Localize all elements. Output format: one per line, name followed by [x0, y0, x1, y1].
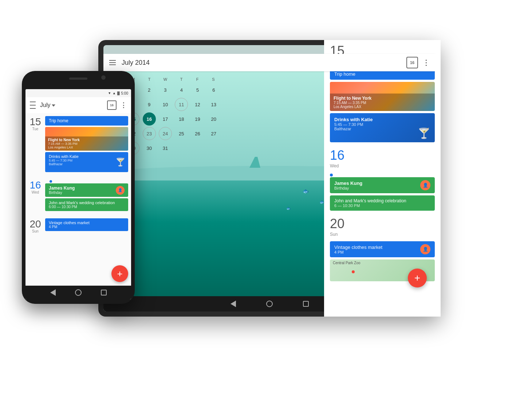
cal-day-2[interactable]: 2	[143, 83, 156, 96]
phone-more-button[interactable]: ⋮	[120, 101, 127, 109]
phone-event-vintage-title: Vintage clothes market	[49, 221, 125, 225]
phone-home-button[interactable]	[75, 289, 82, 296]
cal-day-18[interactable]: 18	[175, 112, 188, 126]
phone-event-drinks[interactable]: Drinks with Katie 5:45 — 7:30 PM Balthaz…	[45, 152, 128, 172]
phone-calendar-icon-button[interactable]: 16	[107, 100, 117, 110]
cal-day-16[interactable]: 16	[143, 112, 156, 126]
phone-event-flight-overlay: Flight to New York 7:15 AM — 3:35 PM Los…	[45, 136, 128, 151]
cal-day-20[interactable]: 20	[207, 112, 220, 126]
tablet-calendar-icon-button[interactable]: 16	[406, 57, 418, 68]
scene: ▼ ▲ ▓ 5:00 July 2014 16 ⋮	[0, 0, 532, 401]
tablet-map-pin	[352, 270, 355, 273]
phone-event-flight[interactable]: Flight to New York 7:15 AM — 3:35 PM Los…	[45, 127, 128, 151]
cal-day-9[interactable]: 9	[143, 98, 156, 111]
cal-day-25[interactable]: 25	[175, 127, 188, 140]
tablet-screen: ▼ ▲ ▓ 5:00 July 2014 16 ⋮	[103, 45, 436, 311]
tablet-event-vintage-text: Vintage clothes market 4 PM	[334, 245, 382, 254]
tablet-event-james-text: James Kung Birthday	[334, 180, 362, 190]
cal-day-24[interactable]: 24	[159, 127, 172, 140]
tablet-recents-button[interactable]	[302, 300, 310, 307]
phone-event-wedding[interactable]: John and Mark's wedding celebration 6:00…	[45, 198, 128, 211]
tablet-date-number-20: 20 Sun	[330, 217, 344, 237]
tablet-date-header-20: 20 Sun	[330, 217, 435, 237]
tablet-event-drinks-title: Drinks with Katie	[334, 117, 430, 122]
cal-day-23[interactable]: 23	[143, 127, 156, 140]
phone-device: ▼ ▲ ▓ 5:00 July 16	[22, 71, 135, 304]
phone-event-drinks-location: Balthazar	[49, 162, 125, 166]
cal-day-5[interactable]: 5	[191, 83, 204, 96]
tablet-event-wedding-time: 6 — 10:30 PM	[334, 203, 430, 208]
cal-header-fri: F	[189, 77, 205, 82]
phone-screen: ▼ ▲ ▓ 5:00 July 16	[25, 89, 131, 299]
phone-event-flight-time: 7:15 AM — 3:35 PM	[48, 142, 125, 146]
phone-day-20: Sun	[28, 229, 42, 233]
tablet-event-vintage-title: Vintage clothes market	[334, 245, 382, 250]
phone-event-wedding-title: John and Mark's wedding celebration	[49, 200, 125, 205]
phone-events-col-15: Trip home Flight to New York 7:15 AM — 3…	[45, 113, 131, 176]
fish-1: 🐟	[303, 188, 309, 194]
drink-glass-icon: 🍸	[418, 127, 430, 139]
tablet-event-james-title: James Kung	[334, 180, 362, 186]
hamburger-menu-button[interactable]	[109, 60, 116, 65]
cal-day-27[interactable]: 27	[207, 127, 220, 140]
phone-hamburger-button[interactable]	[30, 102, 36, 109]
tablet-event-james-kung[interactable]: James Kung Birthday 👤	[330, 177, 435, 193]
phone-hamburger-line-1	[30, 102, 36, 102]
phone-recents-button[interactable]	[100, 289, 107, 296]
cal-day-6[interactable]: 6	[207, 83, 220, 96]
phone-date-15: 15	[28, 117, 42, 127]
phone-home-icon	[75, 289, 82, 296]
tablet-event-vintage-time: 4 PM	[334, 250, 382, 254]
cal-day-26[interactable]: 26	[191, 127, 204, 140]
cal-day-3[interactable]: 3	[159, 83, 172, 96]
phone-scroll-area[interactable]: 15 Tue Trip home Flight to New York 7:15…	[25, 113, 131, 286]
tablet-home-icon	[266, 301, 273, 307]
cal-day-31[interactable]: 31	[159, 142, 172, 155]
phone-event-james-kung[interactable]: James Kung Birthday 👤	[45, 183, 128, 197]
tablet-event-trip-home[interactable]: Trip home	[330, 71, 435, 80]
tablet-event-vintage-avatar: 👤	[420, 244, 430, 254]
cal-day-4[interactable]: 4	[175, 83, 188, 96]
tablet-event-vintage[interactable]: Vintage clothes market 4 PM 👤	[330, 241, 435, 257]
cal-day-10[interactable]: 10	[159, 98, 172, 111]
phone-appbar: July 16 ⋮	[25, 97, 131, 113]
hamburger-line-3	[109, 64, 116, 65]
cal-day-11[interactable]: 11	[175, 98, 188, 111]
tablet-event-wedding[interactable]: John and Mark's wedding celebration 6 — …	[330, 195, 435, 211]
phone-date-col-15: 15 Tue	[25, 113, 45, 176]
cal-day-19[interactable]: 19	[191, 112, 204, 126]
tablet-map-label: Central Park Zoo	[333, 261, 360, 265]
tablet-date-section-20: 20 Sun	[324, 213, 436, 241]
cal-day-30[interactable]: 30	[143, 142, 156, 155]
phone-battery-icon: ▓	[117, 91, 120, 95]
cal-day-17[interactable]: 17	[159, 112, 172, 126]
phone-day-16: Wed	[28, 190, 42, 194]
tablet-fab-button[interactable]: +	[408, 269, 427, 287]
tablet-more-button[interactable]: ⋮	[422, 58, 430, 67]
phone-dot-indicator-16	[50, 180, 52, 183]
phone-fab-icon: +	[117, 268, 122, 279]
cal-day-13[interactable]: 13	[207, 98, 220, 111]
phone-event-vintage[interactable]: Vintage clothes market 4 PM	[45, 218, 128, 231]
phone-date-col-20: 20 Sun	[25, 215, 45, 237]
tablet-home-button[interactable]	[266, 300, 273, 307]
phone-event-trip-home[interactable]: Trip home	[45, 116, 128, 126]
phone-event-james-text: James Kung Birthday	[49, 186, 75, 195]
tablet-event-flight[interactable]: Flight to New York 7:15 AM — 3:35 PM Los…	[330, 82, 435, 111]
tablet-content: 🐟 🐟 🐟 🐠	[103, 71, 436, 296]
tablet-appbar-title: July 2014	[122, 59, 401, 67]
tablet-event-james-avatar: 👤	[420, 180, 430, 190]
tablet-date-section-16: 16 Wed	[324, 144, 436, 173]
phone-back-button[interactable]	[49, 289, 56, 296]
tablet-events-panel: 15 Tue Trip home Flight to New York 7:15…	[324, 71, 436, 296]
cal-day-12[interactable]: 12	[191, 98, 204, 111]
phone-speaker	[69, 78, 87, 80]
tablet-back-button[interactable]	[229, 300, 237, 307]
cal-header-wed: W	[157, 77, 173, 82]
tablet-event-drinks[interactable]: Drinks with Katie 5:45 — 7:30 PM Balthaz…	[330, 113, 435, 142]
phone-back-icon	[50, 289, 56, 296]
phone-event-james-title: James Kung	[49, 186, 75, 191]
phone-fab-button[interactable]: +	[111, 265, 128, 282]
phone-appbar-title[interactable]: July	[40, 102, 103, 108]
tablet-device: ▼ ▲ ▓ 5:00 July 2014 16 ⋮	[98, 40, 441, 317]
